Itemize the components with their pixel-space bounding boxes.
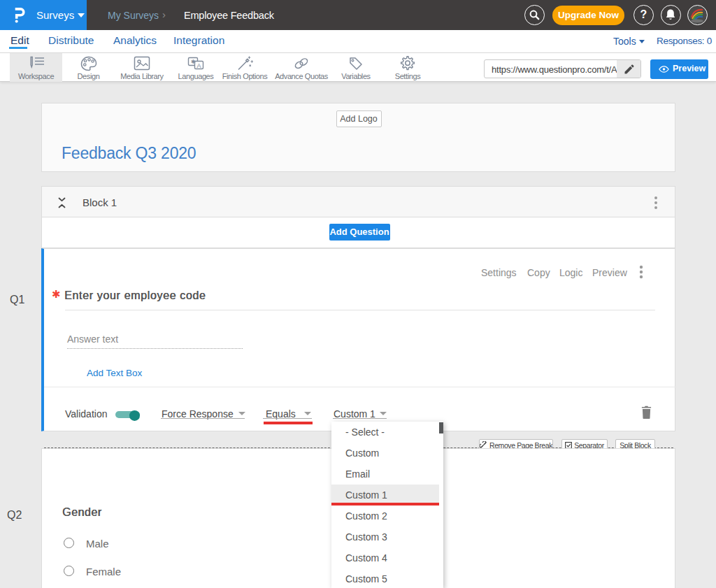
svg-text:A: A [197, 62, 201, 69]
svg-text:✱: ✱ [191, 59, 196, 65]
